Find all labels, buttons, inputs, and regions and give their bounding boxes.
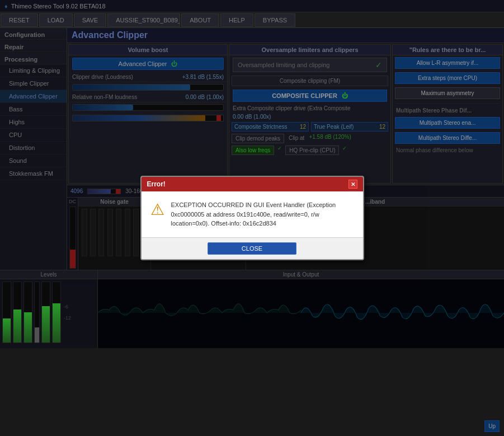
dialog-titlebar: Error! ✕ bbox=[142, 177, 363, 191]
error-dialog: Error! ✕ ⚠ EXCEPTION OCCURRED IN GUI Eve… bbox=[140, 176, 364, 260]
error-overlay: Error! ✕ ⚠ EXCEPTION OCCURRED IN GUI Eve… bbox=[0, 0, 504, 436]
dialog-message: EXCEPTION OCCURRED IN GUI Event Handler … bbox=[171, 200, 354, 228]
dialog-close-confirm-button[interactable]: CLOSE bbox=[208, 242, 296, 255]
warning-icon: ⚠ bbox=[150, 200, 164, 228]
dialog-close-button[interactable]: ✕ bbox=[348, 180, 357, 189]
dialog-footer: CLOSE bbox=[142, 237, 363, 259]
dialog-title: Error! bbox=[147, 180, 166, 188]
dialog-body: ⚠ EXCEPTION OCCURRED IN GUI Event Handle… bbox=[142, 191, 363, 237]
